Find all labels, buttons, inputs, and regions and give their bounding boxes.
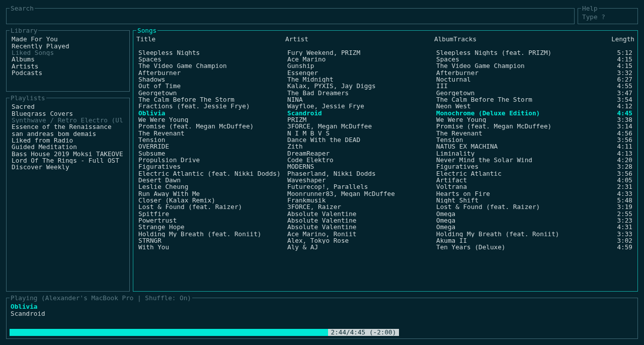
songs-panel: Songs Title Artist AlbumTracks Length Sl…	[133, 27, 638, 292]
song-title: STRNGR	[138, 237, 287, 244]
song-row[interactable]: ObliviaScandroidMonochrome (Deluxe Editi…	[138, 110, 632, 116]
song-row[interactable]: AfterburnerEssengerAfterburner3:32	[138, 70, 632, 76]
song-row[interactable]: Holding My Breath (feat. Roniit)Ace Mari…	[138, 231, 632, 237]
song-row[interactable]: Leslie CheungFuturecop!, ParallelsVoltra…	[138, 183, 632, 190]
playlist-item[interactable]: Essence of the Renaissance	[10, 123, 126, 130]
song-length: 4:11	[603, 143, 632, 150]
song-length: 4:05	[603, 177, 632, 183]
song-length: 4:33	[603, 190, 632, 197]
song-row[interactable]: Sleepless NightsFury Weekend, PRIZMSleep…	[138, 49, 632, 56]
col-header-title: Title	[136, 36, 285, 42]
song-artist: Moonrunner83, Megan McDuffee	[287, 190, 436, 197]
progress-bar[interactable]: 2:44/4:45 (-2:00)	[10, 328, 634, 336]
song-row[interactable]: Propulsion DriveCode ElektroNever Mind t…	[138, 157, 632, 163]
song-row[interactable]: The RevenantN I M B V SThe Revenant4:56	[138, 130, 632, 136]
song-row[interactable]: OVERRIDEZithNATUS EX MACHINA4:11	[138, 143, 632, 150]
song-row[interactable]: TensionDance With the DEADTension3:56	[138, 136, 632, 143]
song-artist: DreamReaper	[287, 150, 436, 157]
song-artist: 3FORCE, Raizer	[287, 203, 436, 210]
col-header-album: AlbumTracks	[434, 36, 605, 42]
song-album: Figuratives	[436, 163, 603, 170]
song-row[interactable]: Closer (Kalax Remix)FrankmusikNight Shif…	[138, 197, 632, 203]
now-playing-title: Oblivia	[11, 303, 633, 310]
search-panel: Search	[6, 5, 575, 24]
song-row[interactable]: GeorgetownThe Bad DreamersGeorgetown3:47	[138, 90, 632, 96]
playlist-item[interactable]: Synthwave / Retro Electro (Ul	[10, 117, 126, 123]
song-album: Omega	[436, 217, 603, 224]
song-length: 6:27	[603, 76, 632, 83]
songs-header: Title Artist AlbumTracks Length	[136, 36, 634, 42]
playlist-item[interactable]: Discover Weekly	[10, 164, 126, 170]
song-row[interactable]: Out of TimeKalax, PYXIS, Jay DiggsIII4:5…	[138, 83, 632, 89]
song-length: 3:23	[603, 217, 632, 224]
playing-legend: Playing (Alexander's MacBook Pro | Shuff…	[10, 295, 192, 301]
song-row[interactable]: The Video Game ChampionGunshipThe Video …	[138, 62, 632, 69]
song-row[interactable]: SpitfireAbsolute ValentineOmega2:55	[138, 211, 632, 217]
song-length: 4:20	[603, 157, 632, 163]
playlist-item[interactable]: san andreas bom demais	[10, 130, 126, 137]
song-artist: Fury Weekend, PRIZM	[287, 49, 436, 56]
song-length: 3:56	[603, 136, 632, 143]
song-length: 3:38	[603, 116, 632, 123]
song-artist: Alex, Tokyo Rose	[287, 237, 436, 244]
playlist-item[interactable]: Bluegrass Covers	[10, 110, 126, 117]
progress-time: 2:44/4:45 (-2:00)	[328, 329, 399, 336]
song-album: Afterburner	[436, 70, 603, 76]
song-artist: NINA	[287, 96, 436, 103]
song-row[interactable]: We Were YoungPRIZMWe Were Young3:38	[138, 116, 632, 123]
song-title: Oblivia	[138, 110, 287, 116]
song-album: Nocturnal	[436, 76, 603, 83]
song-length: 5:12	[603, 49, 632, 56]
song-length: 4:31	[603, 224, 632, 230]
song-title: Propulsion Drive	[138, 157, 287, 163]
song-row[interactable]: Run Away With MeMoonrunner83, Megan McDu…	[138, 190, 632, 197]
library-item[interactable]: Artists	[10, 63, 126, 70]
song-album: Spaces	[436, 56, 603, 62]
song-row[interactable]: Strange HopeAbsolute ValentineOmega4:31	[138, 224, 632, 230]
col-header-artist: Artist	[285, 36, 434, 42]
song-row[interactable]: The Calm Before The StormNINAThe Calm Be…	[138, 96, 632, 103]
song-row[interactable]: Fractions (feat. Jessie Frye)Wayfloe, Je…	[138, 103, 632, 109]
playlist-item[interactable]: Liked from Radio	[10, 137, 126, 144]
song-row[interactable]: ShadowsThe MidnightNocturnal6:27	[138, 76, 632, 83]
song-row[interactable]: SubsumeDreamReaperLiminality4:13	[138, 150, 632, 157]
song-length: 2:55	[603, 211, 632, 217]
song-row[interactable]: SpacesAce MarinoSpaces4:15	[138, 56, 632, 62]
song-row[interactable]: With YouAly & AJTen Years (Deluxe)4:59	[138, 244, 632, 250]
song-row[interactable]: FigurativesMODERNSFiguratives3:28	[138, 163, 632, 170]
playlist-item[interactable]: Bass House 2019 Moksi TAKEOVE	[10, 151, 126, 157]
song-artist: Ace Marino, Roniit	[287, 231, 436, 237]
song-title: Leslie Cheung	[138, 183, 287, 190]
song-title: Closer (Kalax Remix)	[138, 197, 287, 203]
song-row[interactable]: STRNGRAlex, Tokyo RoseAkuma II3:02	[138, 237, 632, 244]
song-length: 4:59	[603, 244, 632, 250]
library-item[interactable]: Podcasts	[10, 70, 126, 76]
song-album: Sleepless Nights (feat. PRIZM)	[436, 49, 603, 56]
song-row[interactable]: Lost & Found (feat. Raizer)3FORCE, Raize…	[138, 203, 632, 210]
library-item[interactable]: Liked Songs	[10, 49, 126, 56]
song-title: The Revenant	[138, 130, 287, 136]
playlist-item[interactable]: Guided Meditation	[10, 144, 126, 150]
song-album: Promise (feat. Megan McDuffee)	[436, 123, 603, 129]
search-input[interactable]	[10, 14, 571, 21]
song-row[interactable]: PowertrustAbsolute ValentineOmega3:23	[138, 217, 632, 224]
song-album: Neon West	[436, 103, 603, 109]
library-item[interactable]: Albums	[10, 56, 126, 62]
song-row[interactable]: Desert DawnWaveshaperArtifact4:05	[138, 177, 632, 183]
song-length: 4:55	[603, 83, 632, 89]
library-legend: Library	[10, 27, 38, 34]
song-row[interactable]: Electric Atlantic (feat. Nikki Dodds)Pha…	[138, 170, 632, 177]
progress-fill	[10, 329, 328, 336]
song-artist: Code Elektro	[287, 157, 436, 163]
song-title: Lost & Found (feat. Raizer)	[138, 203, 287, 210]
playlist-item[interactable]: Lord Of The Rings - Full OST	[10, 157, 126, 164]
song-length: 3:02	[603, 237, 632, 244]
library-item[interactable]: Made For You	[10, 36, 126, 42]
playlist-item[interactable]: Sacred	[10, 103, 126, 110]
song-length: 3:54	[603, 96, 632, 103]
song-row[interactable]: Promise (feat. Megan McDuffee)3FORCE, Me…	[138, 123, 632, 129]
song-album: NATUS EX MACHINA	[436, 143, 603, 150]
library-item[interactable]: Recently Played	[10, 43, 126, 49]
song-length: 3:56	[603, 170, 632, 177]
library-panel: Library Made For YouRecently PlayedLiked…	[6, 27, 130, 92]
